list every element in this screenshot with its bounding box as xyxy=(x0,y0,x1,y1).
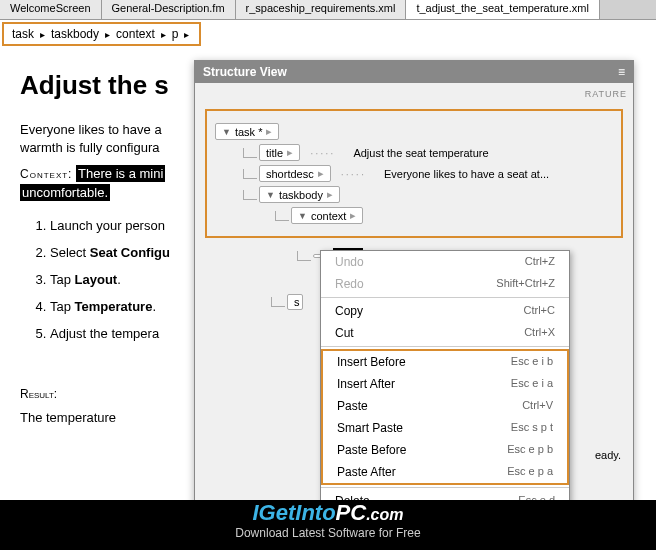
menu-item-insert-before[interactable]: Insert BeforeEsc e i b xyxy=(323,351,567,373)
tree-node-taskbody[interactable]: ▼taskbody▸ xyxy=(243,186,613,203)
panel-header[interactable]: Structure View ≡ xyxy=(195,61,633,83)
menu-item-undo: UndoCtrl+Z xyxy=(321,251,569,273)
document-tab[interactable]: r_spaceship_requirements.xml xyxy=(236,0,407,19)
truncated-text: eady. xyxy=(595,449,621,461)
document-tab[interactable]: WelcomeScreen xyxy=(0,0,102,19)
menu-item-cut[interactable]: CutCtrl+X xyxy=(321,322,569,344)
breadcrumb-item[interactable]: taskbody xyxy=(49,27,101,41)
chevron-right-icon: ▸ xyxy=(101,29,114,40)
tree-node-task[interactable]: ▼task *▸ xyxy=(215,123,613,140)
footer-banner: IGetIntoPC.com Download Latest Software … xyxy=(0,500,656,550)
panel-title: Structure View xyxy=(203,65,287,79)
menu-item-paste-after[interactable]: Paste AfterEsc e p a xyxy=(323,461,567,483)
banner-title: IGetIntoPC.com xyxy=(0,500,656,526)
menu-separator xyxy=(321,297,569,298)
document-tab[interactable]: t_adjust_the_seat_temperature.xml xyxy=(406,0,599,19)
breadcrumb-item[interactable]: p xyxy=(170,27,181,41)
truncated-label: RATURE xyxy=(201,89,627,99)
breadcrumb[interactable]: task▸taskbody▸context▸p▸ xyxy=(2,22,201,46)
tree-node-shortdesc[interactable]: shortdesc▸ ····· Everyone likes to have … xyxy=(243,165,613,182)
breadcrumb-item[interactable]: task xyxy=(10,27,36,41)
chevron-right-icon: ▸ xyxy=(180,29,193,40)
menu-item-copy[interactable]: CopyCtrl+C xyxy=(321,300,569,322)
banner-subtitle: Download Latest Software for Free xyxy=(0,526,656,540)
tree-highlight-box: ▼task *▸ title▸ ····· Adjust the seat te… xyxy=(205,109,623,238)
tree-node-title[interactable]: title▸ ····· Adjust the seat temperature xyxy=(243,144,613,161)
breadcrumb-item[interactable]: context xyxy=(114,27,157,41)
menu-item-redo: RedoShift+Ctrl+Z xyxy=(321,273,569,295)
panel-menu-icon[interactable]: ≡ xyxy=(618,65,625,79)
document-tabs: WelcomeScreenGeneral-Description.fmr_spa… xyxy=(0,0,656,20)
menu-item-paste-before[interactable]: Paste BeforeEsc e p b xyxy=(323,439,567,461)
menu-separator xyxy=(321,487,569,488)
menu-item-paste[interactable]: PasteCtrl+V xyxy=(323,395,567,417)
chevron-right-icon: ▸ xyxy=(36,29,49,40)
menu-item-insert-after[interactable]: Insert AfterEsc e i a xyxy=(323,373,567,395)
document-tab[interactable]: General-Description.fm xyxy=(102,0,236,19)
menu-item-smart-paste[interactable]: Smart PasteEsc s p t xyxy=(323,417,567,439)
chevron-right-icon: ▸ xyxy=(157,29,170,40)
tree-node-context[interactable]: ▼context▸ xyxy=(275,207,613,224)
menu-separator xyxy=(321,346,569,347)
